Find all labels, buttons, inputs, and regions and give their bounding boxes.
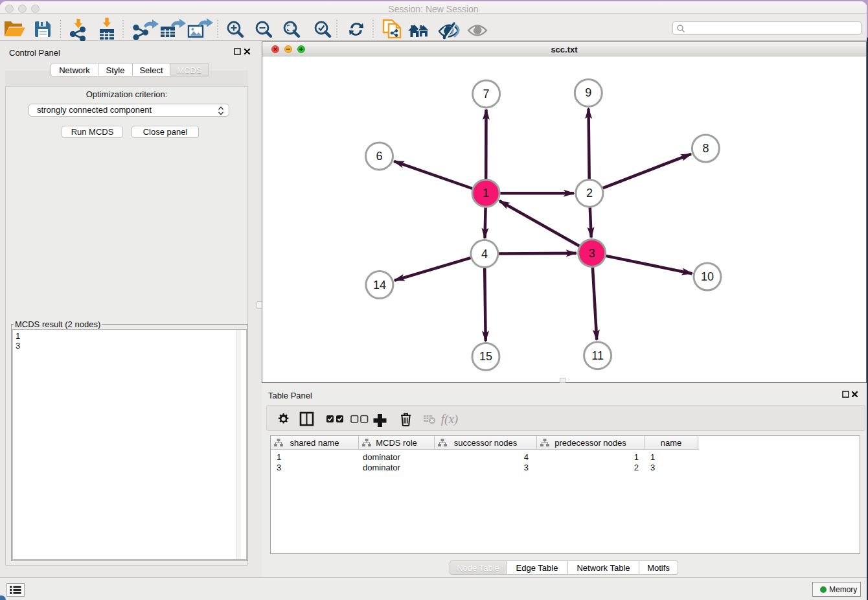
svg-text:10: 10 [701, 270, 714, 283]
svg-text:15: 15 [479, 350, 492, 363]
svg-text:2: 2 [586, 187, 593, 200]
svg-text:8: 8 [702, 142, 709, 155]
svg-text:7: 7 [483, 87, 490, 100]
svg-text:f(x): f(x) [441, 412, 458, 426]
svg-text:14: 14 [373, 279, 386, 292]
svg-text:9: 9 [585, 86, 591, 99]
svg-text:11: 11 [591, 349, 604, 362]
svg-text:1: 1 [483, 187, 489, 200]
svg-text:3: 3 [589, 247, 595, 260]
svg-text:6: 6 [376, 150, 382, 163]
svg-text:4: 4 [481, 248, 488, 260]
